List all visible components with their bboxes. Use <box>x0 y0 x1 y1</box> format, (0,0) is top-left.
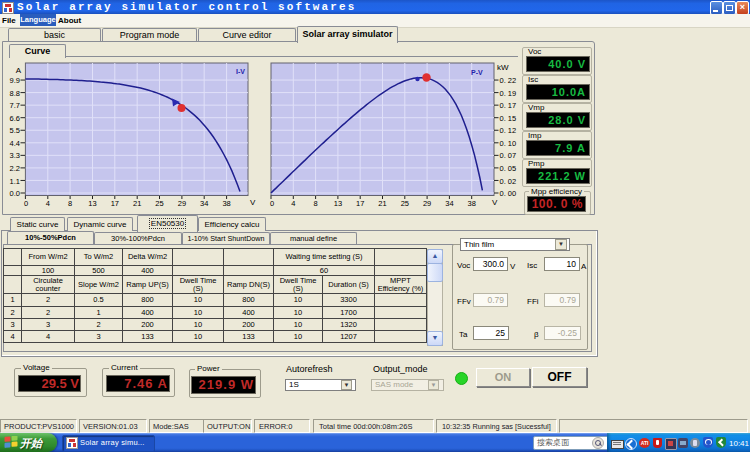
svg-text:13: 13 <box>334 199 342 208</box>
svg-text:0. 10: 0. 10 <box>500 139 517 148</box>
svg-text:V: V <box>492 198 498 207</box>
svg-text:8: 8 <box>314 199 318 208</box>
svg-text:0. 02: 0. 02 <box>500 177 517 186</box>
svg-text:0. 12: 0. 12 <box>500 126 517 135</box>
svg-text:0.0: 0.0 <box>10 189 20 198</box>
svg-text:38: 38 <box>222 199 230 208</box>
svg-text:9.9: 9.9 <box>10 76 20 85</box>
svg-text:0. 05: 0. 05 <box>500 164 517 173</box>
svg-text:4: 4 <box>46 199 50 208</box>
svg-text:21: 21 <box>378 199 386 208</box>
svg-text:P-V: P-V <box>471 69 483 76</box>
svg-text:29: 29 <box>178 199 186 208</box>
svg-text:17: 17 <box>111 199 119 208</box>
svg-text:0: 0 <box>270 199 274 208</box>
svg-text:25: 25 <box>155 199 163 208</box>
svg-text:0. 19: 0. 19 <box>500 89 517 98</box>
svg-text:25: 25 <box>401 199 409 208</box>
svg-text:5.5: 5.5 <box>10 126 20 135</box>
svg-text:I-V: I-V <box>236 68 245 75</box>
svg-text:13: 13 <box>88 199 96 208</box>
svg-text:4: 4 <box>291 199 295 208</box>
svg-text:34: 34 <box>200 199 208 208</box>
svg-text:V: V <box>250 198 256 207</box>
svg-text:A: A <box>16 66 22 75</box>
svg-text:3.3: 3.3 <box>10 151 20 160</box>
svg-text:6.6: 6.6 <box>10 114 20 123</box>
svg-text:kW: kW <box>497 63 509 72</box>
svg-text:7.7: 7.7 <box>10 101 20 110</box>
svg-text:8: 8 <box>68 199 72 208</box>
svg-text:0. 07: 0. 07 <box>500 151 517 160</box>
svg-text:0. 15: 0. 15 <box>500 114 517 123</box>
svg-text:8.8: 8.8 <box>10 89 20 98</box>
svg-text:0. 00: 0. 00 <box>500 189 517 198</box>
svg-text:34: 34 <box>445 199 453 208</box>
svg-text:4.4: 4.4 <box>10 139 20 148</box>
svg-text:0. 22: 0. 22 <box>500 76 517 85</box>
svg-text:0: 0 <box>24 199 28 208</box>
svg-text:29: 29 <box>423 199 431 208</box>
svg-text:38: 38 <box>468 199 476 208</box>
svg-text:17: 17 <box>356 199 364 208</box>
svg-text:1.1: 1.1 <box>10 177 20 186</box>
svg-text:2.2: 2.2 <box>10 164 20 173</box>
svg-text:0. 17: 0. 17 <box>500 101 517 110</box>
svg-text:21: 21 <box>133 199 141 208</box>
